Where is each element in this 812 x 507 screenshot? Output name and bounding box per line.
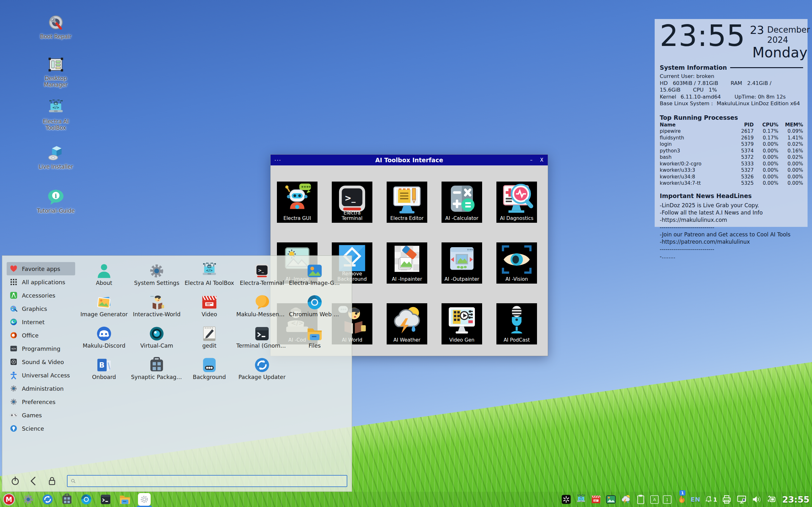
kernel-label: Kernel	[660, 94, 676, 100]
tile-electra-terminal[interactable]: Electra Terminal	[332, 181, 372, 223]
app-background[interactable]: Background	[183, 355, 236, 387]
tray-printer[interactable]	[721, 494, 732, 505]
col-pid: PID	[733, 122, 754, 128]
app-interactive-world[interactable]: Interactive-World	[131, 293, 183, 324]
category-universal-access[interactable]: Universal Access	[7, 369, 75, 382]
keyboard-layout-a[interactable]: A	[650, 495, 659, 504]
taskbar-files[interactable]	[119, 493, 131, 506]
tray-display[interactable]	[736, 494, 747, 505]
desktop-icon-electra-ai-toolbox[interactable]: Electra AI ToolBox	[35, 99, 77, 131]
notifications[interactable]: 1	[705, 495, 717, 504]
desktop-icon-tutorial-guide[interactable]: Tutorial-Guide	[35, 188, 77, 214]
category-accessories[interactable]: Accessories	[7, 289, 75, 302]
desktop-icon-live-installer[interactable]: Live Installer	[35, 144, 77, 170]
app-package-updater[interactable]: Package Updater	[236, 355, 288, 387]
app-about[interactable]: About	[78, 262, 131, 293]
tile-electra-editor[interactable]: Electra Editor	[387, 181, 427, 223]
category-label: Internet	[22, 319, 44, 326]
app-makulu-messenger[interactable]: Makulu-Messenger	[236, 293, 288, 324]
tile-electra-gui[interactable]: Electra GUI	[277, 181, 317, 223]
app-gnome-terminal[interactable]: Terminal (Gnome-t...	[236, 324, 288, 355]
tray-chatgpt[interactable]	[561, 494, 571, 505]
tile-ai-outpainter[interactable]: AI -Outpainter	[442, 242, 482, 284]
tray-volume[interactable]	[751, 494, 762, 505]
app-virtual-cam[interactable]: Virtual-Cam	[131, 324, 183, 355]
power-icon	[10, 475, 20, 487]
category-games[interactable]: Games	[7, 408, 75, 422]
app-makulu-discord[interactable]: Makulu-Discord	[78, 324, 131, 355]
keyboard-layout-1[interactable]: 1	[663, 495, 671, 504]
app-gedit[interactable]: gedit	[183, 324, 236, 355]
desktop-icon-desktop-manager[interactable]: Desktop Manager	[35, 56, 77, 88]
app-electra-ai-toolbox[interactable]: Electra AI ToolBox	[183, 262, 236, 293]
tray-image[interactable]	[606, 494, 616, 505]
category-programming[interactable]: Programming	[7, 342, 75, 355]
tile-video-gen[interactable]: Video Gen	[442, 303, 482, 344]
weather-icon	[391, 304, 423, 337]
tray-clipboard[interactable]	[635, 494, 646, 505]
taskbar-ai-toolbox-active[interactable]	[138, 493, 151, 506]
category-internet[interactable]: Internet	[7, 315, 75, 329]
lock-button[interactable]	[47, 475, 57, 487]
power-button[interactable]	[10, 475, 20, 487]
messenger-bubble-icon	[253, 293, 271, 311]
makulu-m-logo	[3, 493, 15, 506]
taskbar-package-updater[interactable]	[41, 493, 54, 506]
category-graphics[interactable]: Graphics	[7, 302, 75, 315]
category-favorite-apps[interactable]: Favorite apps	[7, 262, 75, 275]
app-electra-image-gen[interactable]: Electra-Image-Gen...	[288, 262, 341, 293]
tray-power[interactable]	[766, 494, 777, 505]
tray-flame[interactable]: 1	[676, 494, 687, 505]
category-sound-video[interactable]: Sound & Video	[7, 355, 75, 369]
app-label: Makulu-Discord	[78, 343, 131, 349]
process-row: kworker/u34:7-tt53250.00%0.00%	[660, 180, 803, 187]
window-menu-button[interactable]: ...	[274, 155, 281, 163]
category-preferences[interactable]: Preferences	[7, 395, 75, 408]
makulu-menu-button[interactable]	[3, 493, 15, 506]
tile-ai-inpainter[interactable]: AI -Inpainter	[387, 242, 427, 284]
minimize-button[interactable]: –	[530, 155, 532, 165]
taskbar-system-settings[interactable]	[22, 493, 35, 506]
search-input[interactable]	[77, 478, 344, 485]
taskbar-clock[interactable]: 23:55	[782, 495, 809, 504]
tile-ai-podcast[interactable]: AI PodCast	[496, 303, 537, 344]
tile-ai-weather[interactable]: AI Weather	[387, 303, 427, 344]
image-viewer-icon	[306, 262, 323, 280]
category-all-applications[interactable]: All applications	[7, 275, 75, 289]
lock-icon	[47, 475, 57, 487]
app-chromium[interactable]: Chromium Web Br...	[288, 293, 341, 324]
taskbar-terminal[interactable]	[99, 493, 112, 506]
app-files[interactable]: Files	[288, 324, 341, 355]
date-weekday: Monday	[750, 45, 810, 60]
menu-footer	[2, 473, 347, 489]
window-titlebar[interactable]: ... AI Toolbox Interface – X	[270, 155, 548, 165]
tile-ai-calculator[interactable]: AI -Calculator	[442, 181, 482, 223]
back-button[interactable]	[28, 475, 39, 487]
desktop: Boot Repair Desktop Manager Electra AI T…	[0, 0, 812, 507]
app-electra-terminal[interactable]: Electra-Terminal	[236, 262, 288, 293]
taskbar-chromium[interactable]	[80, 493, 93, 506]
tray-weather[interactable]	[620, 494, 631, 505]
category-office[interactable]: Office	[7, 329, 75, 342]
app-synaptic[interactable]: Synaptic Package ...	[131, 355, 183, 387]
app-system-settings[interactable]: System Settings	[131, 262, 183, 293]
close-button[interactable]: X	[540, 155, 543, 165]
desktop-icon-boot-repair[interactable]: Boot Repair	[35, 14, 77, 40]
tray-electra-ai[interactable]	[576, 494, 587, 505]
app-onboard[interactable]: Onboard	[78, 355, 131, 387]
category-science[interactable]: Science	[7, 422, 75, 435]
tile-ai-diagnostics[interactable]: AI Dagnostics	[496, 181, 537, 223]
category-administration[interactable]: Administration	[7, 382, 75, 395]
tray-video[interactable]	[591, 494, 601, 505]
taskbar-synaptic[interactable]	[61, 493, 73, 506]
tile-label: Electra Editor	[388, 216, 426, 221]
app-video[interactable]: Video	[183, 293, 236, 324]
about-person-icon	[95, 262, 113, 280]
synaptic-package-icon	[148, 356, 165, 374]
search-bar[interactable]	[67, 475, 347, 487]
language-indicator[interactable]: EN	[691, 496, 700, 503]
folder-icon	[306, 325, 323, 343]
system-info-widget: 23:55 23 December 2024 Monday System Inf…	[655, 19, 808, 227]
tile-ai-vision[interactable]: AI -Vision	[496, 242, 537, 284]
app-image-generator[interactable]: Image Generator	[78, 293, 131, 324]
